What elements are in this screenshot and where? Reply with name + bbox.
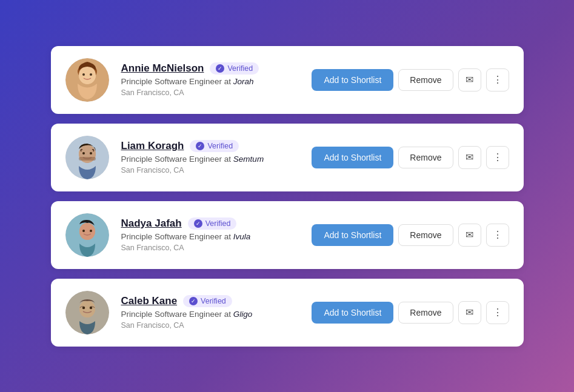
verified-label-liam: Verified: [207, 142, 233, 150]
more-icon-liam: ⋮: [493, 151, 502, 163]
avatar-nadya: [65, 213, 109, 257]
candidate-name-annie[interactable]: Annie McNielson: [121, 62, 204, 75]
svg-point-19: [79, 301, 95, 317]
candidate-card-annie: Annie McNielson ✓ Verified Principle Sof…: [51, 46, 524, 114]
verified-icon-nadya: ✓: [194, 219, 202, 228]
add-to-shortlist-button-liam[interactable]: Add to Shortlist: [312, 147, 393, 168]
verified-label-caleb: Verified: [201, 297, 226, 305]
candidate-location-annie: San Francisco, CA: [121, 88, 300, 97]
candidate-card-nadya: Nadya Jafah ✓ Verified Principle Softwar…: [51, 201, 524, 269]
actions-annie: Add to Shortlist Remove ✉ ⋮: [312, 68, 509, 91]
actions-liam: Add to Shortlist Remove ✉ ⋮: [312, 146, 509, 169]
remove-button-annie[interactable]: Remove: [398, 69, 453, 91]
candidate-title-annie: Principle Software Engineer at Jorah: [121, 77, 300, 86]
company-name-liam: Semtum: [233, 154, 264, 164]
svg-point-9: [82, 152, 85, 154]
candidate-info-annie: Annie McNielson ✓ Verified Principle Sof…: [121, 62, 300, 97]
candidate-info-nadya: Nadya Jafah ✓ Verified Principle Softwar…: [121, 218, 300, 252]
candidate-location-caleb: San Francisco, CA: [121, 321, 300, 330]
more-icon-annie: ⋮: [493, 74, 502, 85]
verified-badge-nadya: ✓ Verified: [188, 218, 237, 230]
email-icon-caleb: ✉: [466, 307, 473, 318]
candidate-title-liam: Principle Software Engineer at Semtum: [121, 154, 300, 164]
candidate-name-caleb[interactable]: Caleb Kane: [121, 295, 178, 307]
candidate-card-caleb: Caleb Kane ✓ Verified Principle Software…: [51, 279, 524, 347]
actions-caleb: Add to Shortlist Remove ✉ ⋮: [312, 301, 509, 324]
svg-point-5: [90, 73, 92, 76]
more-icon-nadya: ⋮: [493, 229, 502, 241]
name-row-liam: Liam Koragh ✓ Verified: [121, 140, 300, 152]
add-to-shortlist-button-caleb[interactable]: Add to Shortlist: [312, 302, 393, 324]
name-row-nadya: Nadya Jafah ✓ Verified: [121, 218, 300, 230]
svg-point-14: [79, 223, 95, 240]
remove-button-nadya[interactable]: Remove: [398, 224, 453, 246]
verified-label-annie: Verified: [227, 64, 253, 73]
svg-point-16: [90, 230, 92, 232]
company-name-caleb: Gligo: [233, 310, 253, 319]
more-button-caleb[interactable]: ⋮: [486, 301, 509, 324]
verified-badge-liam: ✓ Verified: [190, 140, 239, 152]
verified-label-nadya: Verified: [205, 219, 231, 228]
verified-icon-annie: ✓: [216, 64, 224, 73]
email-icon-nadya: ✉: [466, 229, 473, 241]
email-icon-liam: ✉: [466, 151, 473, 163]
candidate-title-caleb: Principle Software Engineer at Gligo: [121, 310, 300, 319]
verified-icon-caleb: ✓: [189, 297, 198, 305]
more-button-liam[interactable]: ⋮: [486, 146, 509, 169]
svg-point-21: [89, 306, 92, 308]
more-button-annie[interactable]: ⋮: [486, 68, 509, 91]
verified-badge-caleb: ✓ Verified: [183, 295, 232, 307]
svg-point-4: [82, 73, 85, 76]
candidate-name-liam[interactable]: Liam Koragh: [121, 140, 184, 152]
candidate-info-caleb: Caleb Kane ✓ Verified Principle Software…: [121, 295, 300, 330]
email-button-liam[interactable]: ✉: [458, 146, 481, 169]
email-button-caleb[interactable]: ✉: [458, 301, 481, 324]
candidate-info-liam: Liam Koragh ✓ Verified Principle Softwar…: [121, 140, 300, 174]
avatar-annie: [65, 58, 109, 102]
candidate-name-nadya[interactable]: Nadya Jafah: [121, 218, 182, 230]
company-name-annie: Jorah: [233, 77, 254, 86]
more-icon-caleb: ⋮: [493, 307, 502, 318]
email-button-annie[interactable]: ✉: [458, 68, 481, 91]
candidate-location-nadya: San Francisco, CA: [121, 244, 300, 252]
add-to-shortlist-button-annie[interactable]: Add to Shortlist: [312, 69, 393, 91]
name-row-caleb: Caleb Kane ✓ Verified: [121, 295, 300, 307]
candidate-card-liam: Liam Koragh ✓ Verified Principle Softwar…: [51, 124, 524, 191]
add-to-shortlist-button-nadya[interactable]: Add to Shortlist: [312, 224, 393, 246]
candidate-location-liam: San Francisco, CA: [121, 166, 300, 174]
svg-point-10: [90, 152, 92, 154]
avatar-caleb: [65, 291, 109, 334]
remove-button-caleb[interactable]: Remove: [398, 302, 453, 324]
svg-point-20: [82, 306, 84, 308]
svg-point-3: [79, 66, 96, 84]
verified-badge-annie: ✓ Verified: [210, 62, 259, 75]
candidates-list: Annie McNielson ✓ Verified Principle Sof…: [51, 46, 524, 347]
svg-point-15: [82, 230, 85, 232]
email-button-nadya[interactable]: ✉: [458, 224, 481, 247]
candidate-title-nadya: Principle Software Engineer at Ivula: [121, 232, 300, 241]
more-button-nadya[interactable]: ⋮: [486, 224, 509, 247]
email-icon-annie: ✉: [466, 74, 473, 85]
svg-rect-11: [79, 157, 96, 161]
verified-icon-liam: ✓: [196, 142, 204, 150]
avatar-liam: [65, 136, 109, 179]
name-row-annie: Annie McNielson ✓ Verified: [121, 62, 300, 75]
company-name-nadya: Ivula: [233, 232, 251, 241]
remove-button-liam[interactable]: Remove: [398, 147, 453, 168]
actions-nadya: Add to Shortlist Remove ✉ ⋮: [312, 224, 509, 247]
